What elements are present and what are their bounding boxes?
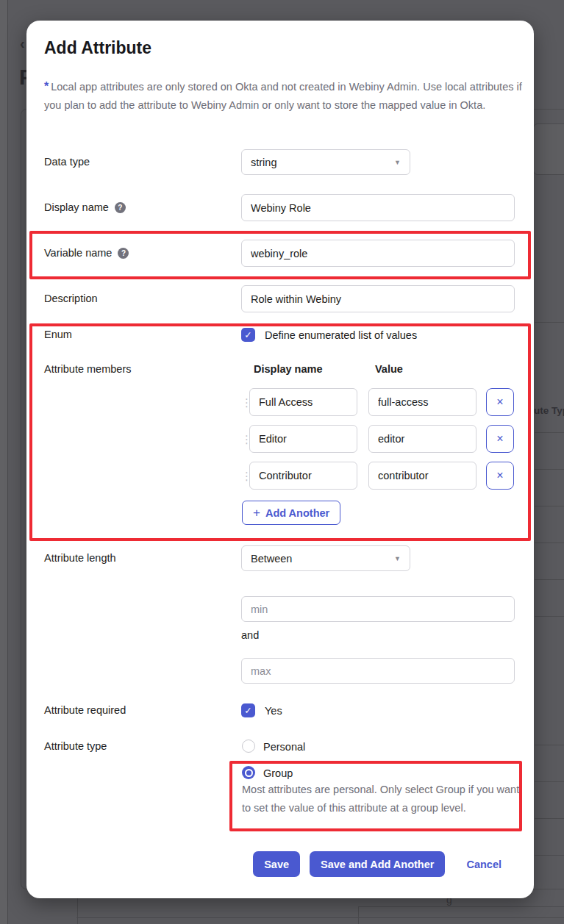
min-input[interactable] [241, 596, 515, 622]
background-table-line [535, 818, 564, 819]
modal-note-text: Local app attributes are only stored on … [44, 81, 522, 111]
display-name-input[interactable] [241, 194, 515, 221]
member-display-input[interactable] [249, 462, 357, 490]
background-table-line [535, 322, 564, 323]
member-row: ⋮ × [241, 425, 514, 453]
background-table-line [535, 579, 564, 580]
attribute-members-label: Attribute members [44, 363, 131, 375]
required-asterisk: * [44, 80, 49, 93]
member-row: ⋮ × [241, 388, 514, 416]
background-table-line [535, 542, 564, 543]
save-and-add-another-button[interactable]: Save and Add Another [310, 851, 445, 877]
max-input[interactable] [241, 658, 515, 684]
close-icon: × [496, 395, 503, 409]
background-table-line [535, 616, 564, 617]
modal-footer: Save Save and Add Another Cancel [26, 851, 534, 877]
background-table-line [535, 855, 564, 856]
drag-handle-icon[interactable]: ⋮ [241, 434, 247, 445]
cancel-button[interactable]: Cancel [462, 858, 506, 871]
personal-radio[interactable] [242, 739, 255, 753]
remove-member-button[interactable]: × [486, 425, 514, 453]
data-type-label: Data type [44, 156, 90, 168]
members-col-display-name: Display name [254, 363, 323, 375]
attribute-length-select[interactable]: Between ▼ [241, 545, 410, 571]
save-button[interactable]: Save [253, 851, 300, 877]
variable-name-label: Variable name ? [44, 247, 129, 259]
remove-member-button[interactable]: × [486, 388, 514, 416]
check-icon: ✓ [244, 705, 251, 716]
help-icon[interactable]: ? [115, 202, 126, 213]
and-label: and [241, 629, 259, 641]
remove-member-button[interactable]: × [486, 462, 514, 490]
help-icon[interactable]: ? [118, 248, 129, 259]
background-table-line [535, 745, 564, 745]
data-type-value: string [251, 157, 276, 168]
member-value-input[interactable] [368, 388, 476, 416]
enum-label: Enum [44, 329, 72, 340]
attribute-required-checkbox[interactable]: ✓ [241, 703, 255, 717]
members-col-value: Value [375, 363, 403, 375]
display-name-label: Display name ? [44, 201, 126, 213]
member-display-input[interactable] [249, 425, 357, 453]
background-table-line [535, 781, 564, 782]
modal-title: Add Attribute [44, 38, 151, 58]
add-another-button[interactable]: + Add Another [242, 501, 340, 525]
attribute-length-value: Between [251, 553, 292, 565]
attribute-required-checkbox-label: Yes [265, 705, 282, 717]
personal-radio-label: Personal [263, 741, 305, 753]
member-value-input[interactable] [368, 462, 476, 490]
background-table-line [77, 898, 78, 924]
check-icon: ✓ [244, 329, 251, 340]
background-sidebar-strip [0, 0, 8, 924]
member-display-input[interactable] [249, 388, 357, 416]
background-table-line [535, 506, 564, 506]
back-chevron-icon: ‹ [20, 35, 25, 52]
member-value-input[interactable] [368, 425, 476, 453]
enum-checkbox-label: Define enumerated list of values [265, 329, 417, 341]
drag-handle-icon[interactable]: ⋮ [241, 470, 247, 481]
background-panel-fragment [533, 123, 564, 175]
group-radio-label: Group [263, 767, 293, 779]
background-table-line [358, 906, 359, 924]
add-another-label: Add Another [265, 507, 329, 519]
attribute-type-label: Attribute type [44, 740, 107, 752]
member-row: ⋮ × [241, 462, 514, 490]
attribute-length-label: Attribute length [44, 552, 116, 564]
description-input[interactable] [241, 285, 515, 312]
attribute-required-label: Attribute required [44, 704, 126, 716]
close-icon: × [496, 432, 503, 445]
background-table-header-fragment: ute Typ [534, 405, 564, 416]
enum-checkbox[interactable]: ✓ [241, 328, 255, 342]
modal-note: *Local app attributes are only stored on… [44, 78, 522, 114]
close-icon: × [496, 469, 503, 482]
add-attribute-modal: Add Attribute *Local app attributes are … [26, 21, 534, 898]
chevron-down-icon: ▼ [394, 555, 401, 562]
plus-icon: + [253, 506, 260, 520]
background-table-line [535, 432, 564, 433]
background-table-line [535, 469, 564, 470]
variable-name-input[interactable] [241, 240, 515, 267]
group-radio[interactable] [242, 766, 255, 779]
background-table-line [358, 906, 564, 907]
group-help-text: Most attributes are personal. Only selec… [242, 781, 520, 817]
description-label: Description [44, 293, 98, 304]
background-table-line [76, 917, 564, 918]
drag-handle-icon[interactable]: ⋮ [241, 397, 247, 408]
screen: ‹ P ute Typ g Add Attribute *Local app a… [0, 0, 564, 924]
chevron-down-icon: ▼ [394, 159, 401, 166]
data-type-select[interactable]: string ▼ [241, 149, 410, 175]
